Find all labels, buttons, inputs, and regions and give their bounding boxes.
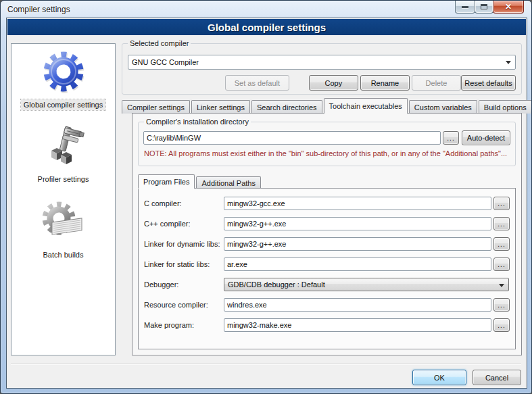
browse-cpp-compiler-button[interactable]: ... — [493, 217, 510, 230]
chevron-down-icon — [499, 284, 504, 287]
main-panel: Selected compiler GNU GCC Compiler Set a… — [122, 43, 522, 355]
minimize-icon — [462, 6, 468, 8]
installation-directory-input[interactable] — [143, 131, 441, 145]
browse-directory-button[interactable]: ... — [443, 131, 459, 145]
button-label: Cancel — [485, 374, 508, 382]
field-row-debugger: Debugger: GDB/CDB debugger : Default — [144, 278, 510, 291]
minimize-button[interactable] — [455, 1, 475, 14]
field-label: Linker for static libs: — [144, 260, 224, 268]
ellipsis-icon: ... — [498, 241, 505, 248]
reset-defaults-button[interactable]: Reset defaults — [461, 75, 516, 91]
titlebar[interactable]: Compiler settings — [1, 1, 531, 18]
compiler-select[interactable]: GNU GCC Compiler — [128, 55, 516, 70]
dynamic-linker-input[interactable] — [224, 237, 491, 251]
sidebar-item-batch-builds[interactable]: Batch builds — [11, 194, 115, 270]
field-label: C++ compiler: — [144, 220, 224, 228]
group-label: Selected compiler — [128, 39, 191, 47]
browse-resource-compiler-button[interactable]: ... — [493, 298, 510, 312]
installation-note: NOTE: All programs must exist either in … — [144, 149, 511, 157]
c-compiler-input[interactable] — [224, 197, 491, 210]
dialog-body: Global compiler settings — [6, 18, 527, 389]
ellipsis-icon: ... — [498, 200, 505, 207]
cpp-compiler-input[interactable] — [224, 217, 491, 230]
page-title: Global compiler settings — [7, 19, 526, 35]
window-title: Compiler settings — [7, 5, 70, 14]
set-as-default-button[interactable]: Set as default — [225, 75, 289, 91]
tab-label: Toolchain executables — [329, 102, 402, 110]
button-label: Reset defaults — [464, 79, 512, 87]
group-label: Compiler's installation directory — [144, 118, 251, 126]
field-row-static-linker: Linker for static libs: ... — [144, 257, 510, 271]
ellipsis-icon: ... — [498, 322, 505, 329]
tab-label: Compiler settings — [127, 103, 185, 112]
ok-button[interactable]: OK — [412, 370, 466, 385]
ellipsis-icon: ... — [498, 301, 505, 309]
close-icon: ✕ — [505, 3, 512, 11]
static-linker-input[interactable] — [224, 257, 491, 271]
close-button[interactable]: ✕ — [493, 1, 524, 14]
sidebar-item-profiler-settings[interactable]: Profiler settings — [11, 120, 115, 194]
field-label: Linker for dynamic libs: — [144, 240, 224, 248]
button-label: Copy — [324, 79, 342, 87]
browse-c-compiler-button[interactable]: ... — [493, 197, 510, 210]
tab-build-options[interactable]: Build options — [479, 100, 532, 114]
field-row-make-program: Make program: ... — [144, 318, 510, 332]
make-program-input[interactable] — [224, 318, 491, 332]
compiler-settings-window: Compiler settings ✕ Global compiler sett… — [0, 0, 532, 394]
sidebar-item-global-compiler-settings[interactable]: Global compiler settings — [11, 44, 115, 120]
resource-compiler-input[interactable] — [224, 298, 491, 312]
program-tabstrip: Program Files Additional Paths — [138, 174, 262, 189]
button-label: Set as default — [235, 79, 280, 87]
settings-category-list: Global compiler settings — [11, 43, 116, 355]
selected-compiler-group: Selected compiler GNU GCC Compiler Set a… — [122, 43, 522, 95]
program-files-panel: C compiler: ... C++ compiler: ... Linker… — [138, 188, 516, 349]
toolchain-executables-panel: Compiler's installation directory ... Au… — [132, 113, 522, 355]
button-label: Auto-detect — [467, 134, 505, 142]
field-row-dynamic-linker: Linker for dynamic libs: ... — [144, 237, 510, 251]
tab-label: Search directories — [257, 103, 317, 112]
page-title-text: Global compiler settings — [208, 22, 326, 33]
sidebar-item-label: Global compiler settings — [21, 99, 105, 110]
field-label: Make program: — [144, 321, 224, 329]
tab-toolchain-executables[interactable]: Toolchain executables — [324, 98, 408, 114]
compiler-select-value: GNU GCC Compiler — [132, 58, 199, 66]
tab-search-directories[interactable]: Search directories — [251, 100, 322, 114]
tab-custom-variables[interactable]: Custom variables — [409, 100, 477, 114]
browse-make-program-button[interactable]: ... — [493, 318, 510, 332]
button-label: Delete — [426, 79, 448, 87]
maximize-button[interactable] — [475, 1, 493, 14]
field-row-resource-compiler: Resource compiler: ... — [144, 298, 510, 312]
tab-compiler-settings[interactable]: Compiler settings — [122, 100, 190, 114]
tab-label: Additional Paths — [201, 179, 256, 187]
tab-label: Program Files — [143, 178, 189, 186]
copy-button[interactable]: Copy — [309, 75, 358, 91]
ellipsis-icon: ... — [498, 261, 505, 268]
installation-directory-group: Compiler's installation directory ... Au… — [138, 122, 516, 166]
cancel-button[interactable]: Cancel — [473, 370, 521, 385]
window-controls: ✕ — [456, 1, 524, 14]
browse-static-linker-button[interactable]: ... — [493, 257, 510, 271]
sidebar-item-label: Profiler settings — [35, 174, 92, 184]
blue-gear-icon — [42, 49, 85, 97]
tab-additional-paths[interactable]: Additional Paths — [196, 176, 261, 189]
delete-button[interactable]: Delete — [412, 75, 461, 91]
field-row-cpp-compiler: C++ compiler: ... — [144, 217, 510, 230]
caliper-profiler-icon — [42, 125, 85, 171]
ellipsis-icon: ... — [447, 134, 454, 142]
gear-papers-icon — [41, 199, 86, 247]
field-label: Resource compiler: — [144, 301, 224, 309]
field-label: Debugger: — [144, 280, 224, 289]
tab-label: Linker settings — [197, 103, 245, 112]
debugger-select[interactable]: GDB/CDB debugger : Default — [224, 278, 509, 291]
tab-linker-settings[interactable]: Linker settings — [191, 100, 250, 114]
browse-dynamic-linker-button[interactable]: ... — [493, 237, 510, 251]
rename-button[interactable]: Rename — [360, 75, 410, 91]
tab-label: Build options — [484, 103, 527, 112]
tab-program-files[interactable]: Program Files — [138, 174, 195, 189]
auto-detect-button[interactable]: Auto-detect — [462, 130, 510, 145]
tab-label: Custom variables — [414, 103, 472, 112]
field-row-c-compiler: C compiler: ... — [144, 197, 510, 210]
footer-separator — [11, 364, 521, 365]
chevron-down-icon — [506, 61, 511, 64]
field-label: C compiler: — [144, 199, 224, 207]
